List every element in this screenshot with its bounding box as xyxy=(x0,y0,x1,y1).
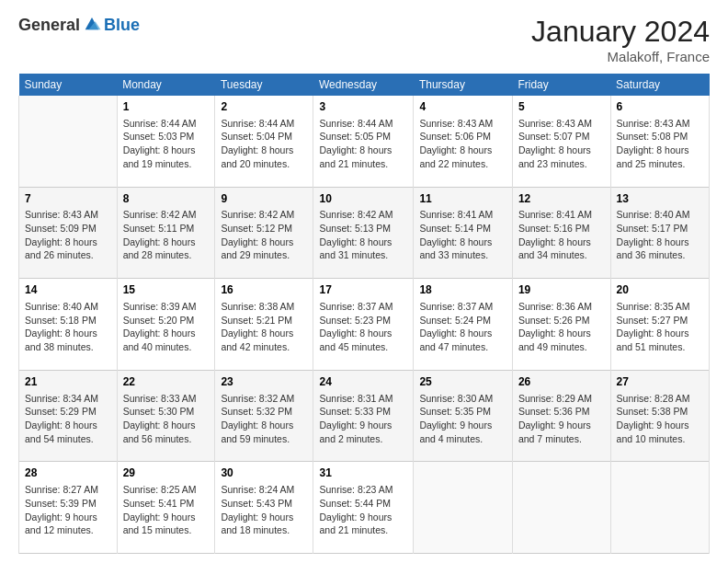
table-row: 9Sunrise: 8:42 AMSunset: 5:12 PMDaylight… xyxy=(215,187,313,279)
table-row: 15Sunrise: 8:39 AMSunset: 5:20 PMDayligh… xyxy=(117,279,215,371)
day-info: Sunrise: 8:43 AMSunset: 5:09 PMDaylight:… xyxy=(25,208,111,262)
day-number: 15 xyxy=(123,282,210,298)
col-tuesday: Tuesday xyxy=(215,74,313,96)
day-number: 4 xyxy=(419,99,506,115)
table-row: 13Sunrise: 8:40 AMSunset: 5:17 PMDayligh… xyxy=(610,187,709,279)
day-info: Sunrise: 8:42 AMSunset: 5:12 PMDaylight:… xyxy=(221,208,307,262)
table-row xyxy=(414,462,513,554)
calendar-header-row: Sunday Monday Tuesday Wednesday Thursday… xyxy=(19,74,710,96)
table-row: 18Sunrise: 8:37 AMSunset: 5:24 PMDayligh… xyxy=(414,279,513,371)
table-row: 2Sunrise: 8:44 AMSunset: 5:04 PMDaylight… xyxy=(215,96,313,187)
col-thursday: Thursday xyxy=(414,74,513,96)
table-row: 1Sunrise: 8:44 AMSunset: 5:03 PMDaylight… xyxy=(117,96,215,187)
table-row: 14Sunrise: 8:40 AMSunset: 5:18 PMDayligh… xyxy=(19,279,118,371)
table-row xyxy=(512,462,610,554)
table-row: 29Sunrise: 8:25 AMSunset: 5:41 PMDayligh… xyxy=(117,462,215,554)
table-row: 28Sunrise: 8:27 AMSunset: 5:39 PMDayligh… xyxy=(19,462,118,554)
day-info: Sunrise: 8:40 AMSunset: 5:17 PMDaylight:… xyxy=(617,208,703,262)
day-info: Sunrise: 8:32 AMSunset: 5:32 PMDaylight:… xyxy=(221,392,307,446)
col-friday: Friday xyxy=(512,74,610,96)
day-info: Sunrise: 8:43 AMSunset: 5:07 PMDaylight:… xyxy=(518,117,605,171)
calendar-week-row: 21Sunrise: 8:34 AMSunset: 5:29 PMDayligh… xyxy=(19,370,710,462)
col-monday: Monday xyxy=(117,74,215,96)
table-row: 3Sunrise: 8:44 AMSunset: 5:05 PMDaylight… xyxy=(313,96,414,187)
table-row: 19Sunrise: 8:36 AMSunset: 5:26 PMDayligh… xyxy=(512,279,610,371)
day-number: 20 xyxy=(617,282,703,298)
col-wednesday: Wednesday xyxy=(313,74,414,96)
table-row: 26Sunrise: 8:29 AMSunset: 5:36 PMDayligh… xyxy=(512,370,610,462)
day-info: Sunrise: 8:42 AMSunset: 5:13 PMDaylight:… xyxy=(319,208,407,262)
col-saturday: Saturday xyxy=(610,74,709,96)
table-row: 24Sunrise: 8:31 AMSunset: 5:33 PMDayligh… xyxy=(313,370,414,462)
day-info: Sunrise: 8:38 AMSunset: 5:21 PMDaylight:… xyxy=(221,300,307,354)
table-row xyxy=(610,462,709,554)
day-number: 5 xyxy=(518,99,605,115)
day-number: 24 xyxy=(319,374,407,390)
table-row: 31Sunrise: 8:23 AMSunset: 5:44 PMDayligh… xyxy=(313,462,414,554)
day-number: 25 xyxy=(419,374,506,390)
day-number: 27 xyxy=(617,374,703,390)
table-row: 27Sunrise: 8:28 AMSunset: 5:38 PMDayligh… xyxy=(610,370,709,462)
day-number: 18 xyxy=(419,282,506,298)
day-number: 19 xyxy=(518,282,605,298)
day-info: Sunrise: 8:41 AMSunset: 5:14 PMDaylight:… xyxy=(419,208,506,262)
day-info: Sunrise: 8:41 AMSunset: 5:16 PMDaylight:… xyxy=(518,208,605,262)
month-title: January 2024 xyxy=(531,15,710,49)
day-info: Sunrise: 8:33 AMSunset: 5:30 PMDaylight:… xyxy=(123,392,210,446)
day-info: Sunrise: 8:44 AMSunset: 5:03 PMDaylight:… xyxy=(123,117,210,171)
day-info: Sunrise: 8:39 AMSunset: 5:20 PMDaylight:… xyxy=(123,300,210,354)
day-info: Sunrise: 8:36 AMSunset: 5:26 PMDaylight:… xyxy=(518,300,605,354)
day-number: 14 xyxy=(25,282,111,298)
day-info: Sunrise: 8:27 AMSunset: 5:39 PMDaylight:… xyxy=(25,483,111,537)
day-info: Sunrise: 8:29 AMSunset: 5:36 PMDaylight:… xyxy=(518,392,605,446)
day-info: Sunrise: 8:43 AMSunset: 5:08 PMDaylight:… xyxy=(617,117,703,171)
day-info: Sunrise: 8:25 AMSunset: 5:41 PMDaylight:… xyxy=(123,483,210,537)
day-info: Sunrise: 8:31 AMSunset: 5:33 PMDaylight:… xyxy=(319,392,407,446)
day-number: 8 xyxy=(123,191,210,207)
calendar-week-row: 7Sunrise: 8:43 AMSunset: 5:09 PMDaylight… xyxy=(19,187,710,279)
day-number: 10 xyxy=(319,191,407,207)
table-row: 8Sunrise: 8:42 AMSunset: 5:11 PMDaylight… xyxy=(117,187,215,279)
day-info: Sunrise: 8:40 AMSunset: 5:18 PMDaylight:… xyxy=(25,300,111,354)
table-row: 17Sunrise: 8:37 AMSunset: 5:23 PMDayligh… xyxy=(313,279,414,371)
table-row: 30Sunrise: 8:24 AMSunset: 5:43 PMDayligh… xyxy=(215,462,313,554)
table-row xyxy=(19,96,118,187)
table-row: 4Sunrise: 8:43 AMSunset: 5:06 PMDaylight… xyxy=(414,96,513,187)
day-number: 21 xyxy=(25,374,111,390)
day-info: Sunrise: 8:43 AMSunset: 5:06 PMDaylight:… xyxy=(419,117,506,171)
calendar-week-row: 28Sunrise: 8:27 AMSunset: 5:39 PMDayligh… xyxy=(19,462,710,554)
table-row: 12Sunrise: 8:41 AMSunset: 5:16 PMDayligh… xyxy=(512,187,610,279)
day-info: Sunrise: 8:42 AMSunset: 5:11 PMDaylight:… xyxy=(123,208,210,262)
table-row: 23Sunrise: 8:32 AMSunset: 5:32 PMDayligh… xyxy=(215,370,313,462)
day-info: Sunrise: 8:28 AMSunset: 5:38 PMDaylight:… xyxy=(617,392,703,446)
calendar-table: Sunday Monday Tuesday Wednesday Thursday… xyxy=(18,74,710,554)
day-number: 9 xyxy=(221,191,307,207)
day-info: Sunrise: 8:35 AMSunset: 5:27 PMDaylight:… xyxy=(617,300,703,354)
day-info: Sunrise: 8:30 AMSunset: 5:35 PMDaylight:… xyxy=(419,392,506,446)
table-row: 6Sunrise: 8:43 AMSunset: 5:08 PMDaylight… xyxy=(610,96,709,187)
calendar-week-row: 1Sunrise: 8:44 AMSunset: 5:03 PMDaylight… xyxy=(19,96,710,187)
day-number: 28 xyxy=(25,465,111,481)
day-info: Sunrise: 8:44 AMSunset: 5:05 PMDaylight:… xyxy=(319,117,407,171)
day-info: Sunrise: 8:24 AMSunset: 5:43 PMDaylight:… xyxy=(221,483,307,537)
day-number: 7 xyxy=(25,191,111,207)
day-number: 23 xyxy=(221,374,307,390)
table-row: 16Sunrise: 8:38 AMSunset: 5:21 PMDayligh… xyxy=(215,279,313,371)
logo-icon xyxy=(82,15,102,35)
day-info: Sunrise: 8:23 AMSunset: 5:44 PMDaylight:… xyxy=(319,483,407,537)
day-number: 17 xyxy=(319,282,407,298)
day-info: Sunrise: 8:37 AMSunset: 5:23 PMDaylight:… xyxy=(319,300,407,354)
day-number: 30 xyxy=(221,465,307,481)
location-subtitle: Malakoff, France xyxy=(531,49,710,64)
table-row: 21Sunrise: 8:34 AMSunset: 5:29 PMDayligh… xyxy=(19,370,118,462)
title-block: January 2024 Malakoff, France xyxy=(531,15,710,64)
table-row: 10Sunrise: 8:42 AMSunset: 5:13 PMDayligh… xyxy=(313,187,414,279)
day-info: Sunrise: 8:34 AMSunset: 5:29 PMDaylight:… xyxy=(25,392,111,446)
logo-blue-text: Blue xyxy=(104,16,140,35)
table-row: 5Sunrise: 8:43 AMSunset: 5:07 PMDaylight… xyxy=(512,96,610,187)
day-number: 12 xyxy=(518,191,605,207)
table-row: 11Sunrise: 8:41 AMSunset: 5:14 PMDayligh… xyxy=(414,187,513,279)
table-row: 7Sunrise: 8:43 AMSunset: 5:09 PMDaylight… xyxy=(19,187,118,279)
day-number: 13 xyxy=(617,191,703,207)
table-row: 20Sunrise: 8:35 AMSunset: 5:27 PMDayligh… xyxy=(610,279,709,371)
